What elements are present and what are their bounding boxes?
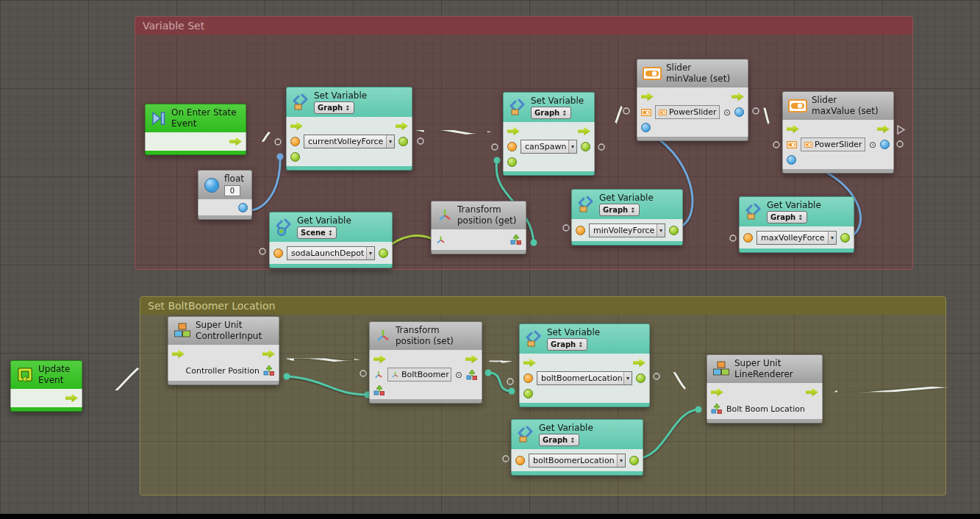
wire-exec-canspawn-to-slidermin[interactable]: [603, 99, 629, 134]
node-super-unit-linerenderer[interactable]: Super UnitLineRenderer Bolt Boom Locatio…: [707, 354, 823, 423]
variable-name-dropdown[interactable]: maxVolleyForce▾: [757, 231, 837, 245]
exec-in-port[interactable]: [523, 358, 536, 368]
node-transform-position-set[interactable]: Transformposition (set) BoltBoomer ⊙: [369, 321, 482, 404]
value-out-port[interactable]: [734, 107, 744, 117]
position-out-port[interactable]: [510, 235, 522, 245]
exec-out-port[interactable]: [396, 121, 408, 131]
node-on-enter-state-event[interactable]: On Enter StateEvent: [145, 104, 246, 155]
exec-out-port[interactable]: [65, 393, 78, 403]
variable-name-dropdown[interactable]: minVolleyForce▾: [589, 223, 665, 237]
transform-object-field[interactable]: BoltBoomer: [387, 368, 451, 382]
object-picker-icon[interactable]: ⊙: [869, 140, 876, 149]
exec-out-port[interactable]: [806, 387, 818, 397]
transform-input-port[interactable]: [435, 235, 446, 245]
variable-scope-dropdown[interactable]: Graph↕: [314, 101, 354, 114]
variable-name-dropdown[interactable]: boltBoomerLocation▾: [529, 454, 626, 468]
node-slider-maxvalue-set[interactable]: SlidermaxValue (set) PowerSlider ⊙: [782, 91, 894, 173]
value-out-port[interactable]: [840, 233, 850, 243]
value-out-port[interactable]: [636, 373, 645, 383]
wire-exec-onenter-to-setvar[interactable]: [250, 129, 279, 148]
exec-out-port[interactable]: [732, 92, 744, 101]
node-float-literal[interactable]: float 0: [198, 170, 252, 220]
wire-exec-transformset-to-setvarbolt[interactable]: [490, 360, 512, 363]
exec-out-port[interactable]: [465, 354, 478, 364]
variable-scope-dropdown[interactable]: Graph↕: [599, 204, 640, 216]
variable-scope-dropdown[interactable]: Graph↕: [547, 338, 587, 351]
variable-name-port[interactable]: [515, 456, 525, 465]
exec-out-port[interactable]: [229, 137, 242, 146]
node-transform-position-get[interactable]: Transformposition (get): [431, 201, 526, 254]
value-out-port[interactable]: [581, 142, 590, 151]
slider-target-port[interactable]: [641, 109, 651, 116]
wire-exec-setvar-to-canspawn[interactable]: [416, 128, 496, 135]
wire-exec-update-to-controller[interactable]: [88, 358, 160, 406]
vector-out-port[interactable]: [263, 365, 275, 376]
slider-object-field[interactable]: PowerSlider: [801, 137, 865, 151]
variable-name-dropdown[interactable]: currentVolleyForce▾: [304, 135, 395, 148]
value-out-port[interactable]: [398, 137, 408, 146]
exec-in-port[interactable]: [507, 126, 520, 136]
node-get-variable-boltboomerlocation[interactable]: Get Variable Graph↕ boltBoomerLocation▾: [511, 419, 643, 476]
variable-scope-dropdown[interactable]: Scene↕: [297, 226, 337, 239]
bolt-flow-graph-canvas[interactable]: Variable Set Set BoltBoomer Location: [0, 0, 980, 519]
exec-out-port[interactable]: [578, 126, 590, 136]
object-picker-icon[interactable]: ⊙: [723, 108, 731, 117]
variable-name-port[interactable]: [576, 226, 585, 235]
exec-out-port[interactable]: [877, 124, 890, 134]
variable-name-dropdown[interactable]: sodaLaunchDepot▾: [287, 246, 375, 260]
variable-scope-dropdown[interactable]: Graph↕: [531, 107, 571, 119]
wire-getvarbolt-to-linerenderer[interactable]: [634, 409, 698, 459]
value-in-port[interactable]: [787, 155, 796, 165]
vector-in-port[interactable]: [373, 385, 385, 395]
slider-object-field[interactable]: PowerSlider: [655, 105, 720, 119]
node-set-variable-canspawn[interactable]: Set Variable Graph↕ canSpawn▾: [503, 92, 595, 176]
value-in-port[interactable]: [290, 152, 300, 162]
wire-exec-controller-to-transformset[interactable]: [287, 357, 362, 362]
value-out-port[interactable]: [669, 226, 679, 235]
variable-name-port[interactable]: [523, 373, 533, 383]
variable-name-port[interactable]: [290, 137, 300, 146]
exec-in-port[interactable]: [373, 354, 386, 364]
float-value-input[interactable]: 0: [224, 185, 240, 196]
variable-name-dropdown[interactable]: canSpawn▾: [521, 140, 577, 154]
node-set-variable-boltboomerlocation[interactable]: Set Variable Graph↕ boltBoomerLocation▾: [519, 323, 650, 407]
exec-out-port[interactable]: [262, 349, 275, 359]
value-out-port[interactable]: [379, 248, 388, 258]
value-in-port[interactable]: [523, 389, 533, 398]
value-in-port[interactable]: [507, 157, 517, 167]
value-in-port[interactable]: [641, 123, 651, 132]
wire-controllerpos-to-transformset[interactable]: [287, 376, 368, 395]
variable-name-port[interactable]: [273, 248, 283, 258]
position-out-port[interactable]: [466, 370, 478, 380]
exec-in-port[interactable]: [711, 387, 723, 397]
wire-exec-linerenderer-out[interactable]: [830, 385, 980, 395]
value-out-port[interactable]: [238, 203, 248, 212]
variable-name-port[interactable]: [507, 142, 517, 151]
exec-out-port[interactable]: [633, 358, 645, 368]
variable-scope-dropdown[interactable]: Graph↕: [539, 434, 579, 446]
variable-name-dropdown[interactable]: boltBoomerLocation▾: [537, 371, 632, 385]
exec-in-port[interactable]: [290, 121, 303, 131]
exec-in-port[interactable]: [172, 349, 185, 359]
value-out-port[interactable]: [880, 140, 890, 149]
node-get-variable-maxvolleyforce[interactable]: Get Variable Graph↕ maxVolleyForce▾: [739, 196, 854, 253]
node-super-unit-controllerinput[interactable]: Super UnitControllerInput Controller Pos…: [168, 316, 279, 385]
exec-in-port[interactable]: [641, 92, 654, 101]
transform-input-port[interactable]: [373, 371, 384, 379]
vector-in-port[interactable]: [711, 404, 723, 414]
node-get-variable-minvolleyforce[interactable]: Get Variable Graph↕ minVolleyForce▾: [571, 189, 683, 246]
wire-exec-slidermin-to-slidermax[interactable]: [756, 98, 775, 129]
slider-target-port[interactable]: [787, 141, 797, 148]
object-picker-icon[interactable]: ⊙: [455, 371, 462, 379]
node-slider-minvalue-set[interactable]: SliderminValue (set) PowerSlider ⊙: [637, 59, 748, 141]
variable-name-port[interactable]: [743, 233, 753, 243]
node-get-variable-sodalaunchdepot[interactable]: Get Variable Scene↕ sodaLaunchDepot▾: [269, 212, 393, 268]
exec-in-port[interactable]: [787, 124, 799, 134]
wire-exec-setvarbolt-to-linerenderer[interactable]: [657, 362, 699, 395]
wire-transformset-to-setvarbolt-value[interactable]: [488, 373, 512, 391]
variable-scope-dropdown[interactable]: Graph↕: [767, 211, 807, 223]
node-set-variable-currentvolleyforce[interactable]: Set Variable Graph↕ currentVolleyForce▾: [286, 87, 412, 171]
value-out-port[interactable]: [629, 456, 639, 465]
node-title: Transformposition (get): [457, 204, 516, 226]
node-update-event[interactable]: UpdateEvent: [10, 360, 82, 412]
